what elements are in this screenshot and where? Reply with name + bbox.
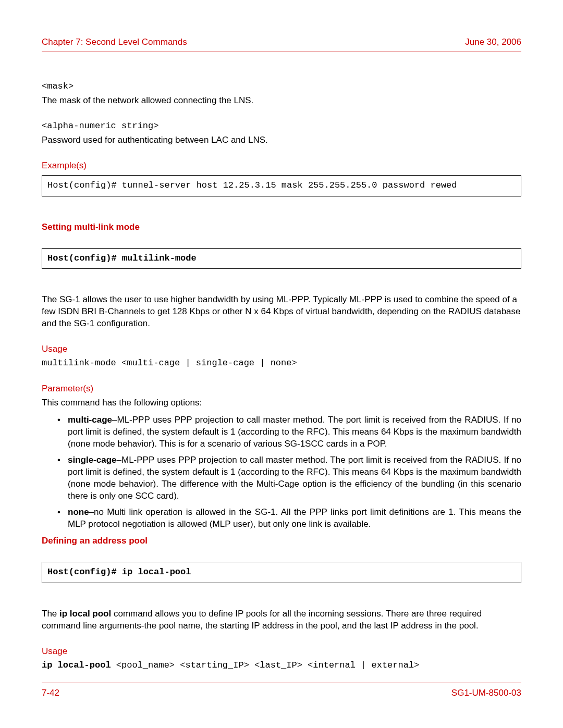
page: Chapter 7: Second Level Commands June 30…	[0, 0, 563, 728]
parameters-intro: This command has the following options:	[42, 397, 521, 409]
bullet-term: none	[68, 507, 89, 517]
page-footer: 7-42 SG1-UM-8500-03	[42, 683, 521, 699]
page-header: Chapter 7: Second Level Commands June 30…	[42, 36, 521, 52]
para-bold: ip local pool	[59, 609, 111, 619]
alpha-tag: <alpha-numeric string>	[42, 120, 521, 132]
usage-rest: <pool_name> <starting_IP> <last_IP> <int…	[111, 660, 420, 670]
examples-heading: Example(s)	[42, 160, 521, 172]
header-date: June 30, 2006	[465, 36, 521, 48]
usage-line-2: ip local-pool <pool_name> <starting_IP> …	[42, 660, 521, 672]
section-multilink-heading: Setting multi-link mode	[42, 221, 521, 233]
bullet-term: multi-cage	[68, 415, 112, 425]
bullet-text: –ML-PPP uses PPP projection to call mast…	[68, 455, 521, 501]
usage-bold: ip local-pool	[42, 660, 111, 670]
list-item: none–no Multi link operation is allowed …	[68, 507, 521, 530]
bullet-text: –no Multi link operation is allowed in t…	[68, 507, 521, 529]
usage-heading-1: Usage	[42, 343, 521, 355]
mask-desc: The mask of the network allowed connecti…	[42, 95, 521, 107]
alpha-desc: Password used for authenticating between…	[42, 134, 521, 146]
examples-box: Host(config)# tunnel-server host 12.25.3…	[42, 175, 521, 196]
mask-tag: <mask>	[42, 81, 521, 93]
section-addrpool-paragraph: The ip local pool command allows you to …	[42, 608, 521, 632]
list-item: multi-cage–ML-PPP uses PPP projection to…	[68, 414, 521, 450]
section-multilink-paragraph: The SG-1 allows the user to use higher b…	[42, 294, 521, 330]
section-addrpool-box: Host(config)# ip local-pool	[42, 562, 521, 583]
section-multilink-box: Host(config)# multilink-mode	[42, 248, 521, 269]
list-item: single-cage–ML-PPP uses PPP projection t…	[68, 454, 521, 502]
footer-doc-id: SG1-UM-8500-03	[451, 687, 521, 699]
parameters-list: multi-cage–ML-PPP uses PPP projection to…	[42, 414, 521, 530]
bullet-text: –ML-PPP uses PPP projection to call mast…	[68, 415, 521, 449]
parameters-heading: Parameter(s)	[42, 383, 521, 395]
header-chapter: Chapter 7: Second Level Commands	[42, 36, 187, 48]
bullet-term: single-cage	[68, 455, 117, 465]
footer-page-number: 7-42	[42, 687, 59, 699]
usage-line-1: multilink-mode <multi-cage | single-cage…	[42, 357, 521, 369]
usage-heading-2: Usage	[42, 646, 521, 658]
para-prefix: The	[42, 609, 59, 619]
section-addrpool-heading: Defining an address pool	[42, 535, 521, 547]
